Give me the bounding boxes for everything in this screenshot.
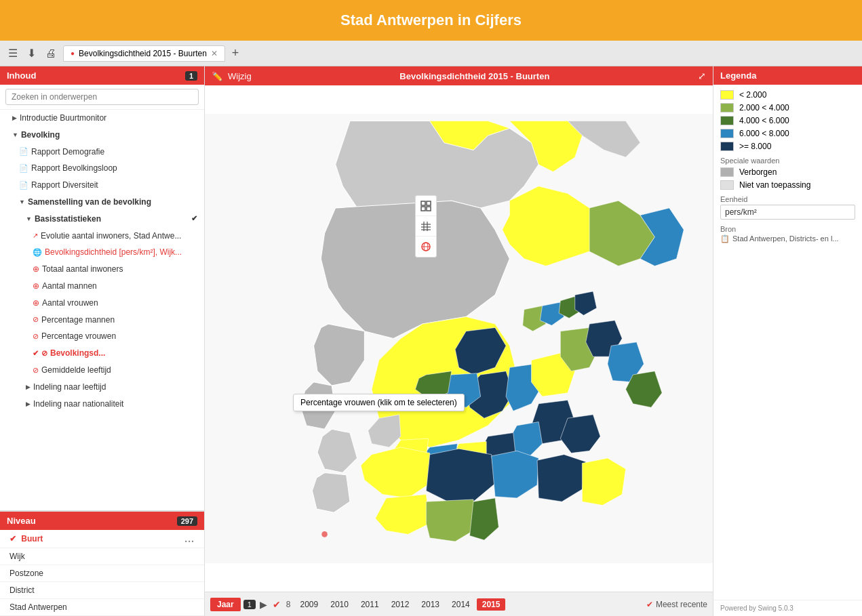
niveau-item-wijk[interactable]: Wijk <box>0 548 204 565</box>
niveau-item-buurt[interactable]: ✔ Buurt ... <box>0 530 204 548</box>
legend-item-5: >= 8.000 <box>720 142 855 151</box>
timeline-year-2013[interactable]: 2013 <box>416 598 445 611</box>
sidebar-item-aantal-mannen[interactable]: ⊕ Aantal mannen <box>0 278 204 295</box>
sidebar-item-label: Basisstatistieken <box>35 213 101 225</box>
sidebar-item-indeling-leeftijd[interactable]: ▶ Indeling naar leeftijd <box>0 379 204 396</box>
sidebar-item-bevolkingsd-active[interactable]: ✔ ⊘ Bevolkingsd... <box>0 345 204 362</box>
menu-icon[interactable]: ☰ <box>5 45 20 61</box>
edit-icon: ✏️ <box>212 71 222 81</box>
globe-view-button[interactable] <box>416 237 436 257</box>
legend-label-3: 4.000 < 6.000 <box>739 116 789 125</box>
sidebar-item-introductie[interactable]: ▶ Introductie Buurtmonitor <box>0 110 204 127</box>
percent-icon2: ⊘ <box>41 348 47 358</box>
tab-dot-icon: ● <box>71 49 75 57</box>
legend-color-nvt <box>720 180 734 190</box>
play-button[interactable]: ▶ <box>258 599 269 610</box>
legend-color-3 <box>720 116 734 125</box>
sidebar-item-samenstelling[interactable]: ▼ Samenstelling van de bevolking <box>0 194 204 211</box>
sidebar-item-aantal-vrouwen[interactable]: ⊕ Aantal vrouwen <box>0 295 204 312</box>
sidebar-item-label: Rapport Demografie <box>31 146 104 158</box>
sidebar-item-rapport-diversiteit[interactable]: 📄 Rapport Diversiteit <box>0 177 204 194</box>
map-area: ✏️ Wijzig Bevolkingsdichtheid 2015 - Buu… <box>205 66 713 616</box>
timeline-year-2012[interactable]: 2012 <box>386 598 415 611</box>
timeline-year-2009[interactable]: 2009 <box>295 598 324 611</box>
legend-label-4: 6.000 < 8.000 <box>739 129 789 138</box>
legend-label-5: >= 8.000 <box>739 142 771 151</box>
expand-icon[interactable]: ⤢ <box>698 70 706 81</box>
sidebar-item-label: Introductie Buurtmonitor <box>20 112 106 124</box>
special-values-title: Speciale waarden <box>720 157 855 165</box>
sidebar-item-gem-leeftijd[interactable]: ⊘ Gemiddelde leeftijd <box>0 362 204 379</box>
sidebar-item-label: Aantal vrouwen <box>42 297 98 309</box>
grid-view-button[interactable] <box>416 216 436 237</box>
map-wrapper: Percentage vrouwen (klik om te selectere… <box>205 85 713 616</box>
plus-circle-icon: ⊕ <box>33 281 39 292</box>
source-label: Bron <box>720 225 855 233</box>
main-layout: Inhoud 1 ▶ Introductie Buurtmonitor ▼ Be… <box>0 66 862 616</box>
sidebar-item-pct-mannen[interactable]: ⊘ Percentage mannen <box>0 312 204 329</box>
percent-icon: ⊘ <box>33 365 39 375</box>
sidebar-item-basisstatistieken[interactable]: ▼ Basisstatistieken ✔ <box>0 211 204 228</box>
check-timeline-icon[interactable]: ✔ <box>271 599 282 610</box>
timeline-year-2015[interactable]: 2015 <box>477 598 506 611</box>
niveau-item-label: Postzone <box>9 569 43 578</box>
map-tools <box>415 195 437 258</box>
niveau-item-district[interactable]: District <box>0 582 204 599</box>
sidebar-item-label: Evolutie aantal inwoners, Stad Antwe... <box>41 230 181 242</box>
sidebar-item-rapport-demografie[interactable]: 📄 Rapport Demografie <box>0 144 204 161</box>
app-header: Stad Antwerpen in Cijfers <box>0 0 862 41</box>
tree-arrow-right-icon: ▶ <box>26 383 31 392</box>
sidebar-item-indeling-nationaliteit[interactable]: ▶ Indeling naar nationaliteit <box>0 396 204 413</box>
tab-close-icon[interactable]: ✕ <box>211 49 218 58</box>
footer-text: Powered by Swing 5.0.3 <box>720 604 794 612</box>
download-icon[interactable]: ⬇ <box>24 45 39 61</box>
sidebar-item-rapport-bevolkingsloop[interactable]: 📄 Rapport Bevolkingsloop <box>0 160 204 177</box>
print-icon[interactable]: 🖨 <box>43 46 59 61</box>
timeline-recent: ✔ Meest recente <box>646 600 707 609</box>
legend-item-2: 2.000 < 4.000 <box>720 103 855 112</box>
niveau-check-icon: ✔ <box>9 534 16 543</box>
legend-color-2 <box>720 103 734 112</box>
tree-arrow-down-icon: ▼ <box>19 198 25 207</box>
legend-label-nvt: Niet van toepassing <box>739 180 810 190</box>
edit-button[interactable]: Wijzig <box>228 71 252 81</box>
search-input[interactable] <box>5 89 199 105</box>
legend-color-5 <box>720 142 734 151</box>
sidebar-item-pct-vrouwen[interactable]: ⊘ Percentage vrouwen <box>0 328 204 345</box>
sidebar-item-label: Aantal mannen <box>42 281 97 292</box>
legend-footer: Powered by Swing 5.0.3 <box>713 600 862 616</box>
legend-label-1: < 2.000 <box>739 90 766 100</box>
map-header: ✏️ Wijzig Bevolkingsdichtheid 2015 - Buu… <box>205 66 713 85</box>
niveau-item-label: Wijk <box>9 552 25 561</box>
sidebar-item-bevolking[interactable]: ▼ Bevolking <box>0 127 204 144</box>
tree-arrow-right-icon: ▶ <box>26 400 31 409</box>
niveau-item-postzone[interactable]: Postzone <box>0 565 204 582</box>
active-tab[interactable]: ● Bevolkingsdichtheid 2015 - Buurten ✕ <box>63 45 225 62</box>
sidebar-item-bevolkingsdichtheid[interactable]: 🌐 Bevolkingsdichtheid [pers/km²], Wijk..… <box>0 244 204 261</box>
source-link[interactable]: 📋 Stad Antwerpen, Districts- en l... <box>720 234 855 243</box>
sidebar-item-label: Bevolkingsdichtheid [pers/km²], Wijk... <box>45 247 182 258</box>
legend-title: Legenda <box>720 70 756 81</box>
legend-item-4: 6.000 < 8.000 <box>720 129 855 138</box>
timeline: Jaar 1 ▶ ✔ 8 2009 2010 2011 2012 2013 20… <box>205 592 713 616</box>
map-container[interactable]: Percentage vrouwen (klik om te selectere… <box>205 85 713 592</box>
niveau-item-stad[interactable]: Stad Antwerpen <box>0 599 204 616</box>
svg-rect-2 <box>421 207 425 211</box>
add-tab-button[interactable]: + <box>229 46 242 60</box>
timeline-year-2010[interactable]: 2010 <box>325 598 354 611</box>
legend-color-verborgen <box>720 167 734 177</box>
timeline-label: Jaar <box>210 598 241 611</box>
legend-panel: Legenda < 2.000 2.000 < 4.000 4.000 < 6.… <box>713 66 862 616</box>
timeline-year-2014[interactable]: 2014 <box>446 598 475 611</box>
sidebar-item-evolutie[interactable]: ↗ Evolutie aantal inwoners, Stad Antwe..… <box>0 228 204 245</box>
doc-icon: 📄 <box>19 180 28 190</box>
sidebar-search-area <box>0 85 204 110</box>
legend-item-verborgen: Verborgen <box>720 167 855 177</box>
timeline-year-2011[interactable]: 2011 <box>355 598 385 611</box>
sidebar-item-totaal-inwoners[interactable]: ⊕ Totaal aantal inwoners <box>0 261 204 278</box>
table-view-button[interactable] <box>416 196 436 216</box>
niveau-dots-icon[interactable]: ... <box>184 533 195 544</box>
step-back-button[interactable]: 8 <box>285 600 292 609</box>
plus-circle-icon: ⊕ <box>33 297 39 309</box>
map-title: Bevolkingsdichtheid 2015 - Buurten <box>252 71 698 81</box>
